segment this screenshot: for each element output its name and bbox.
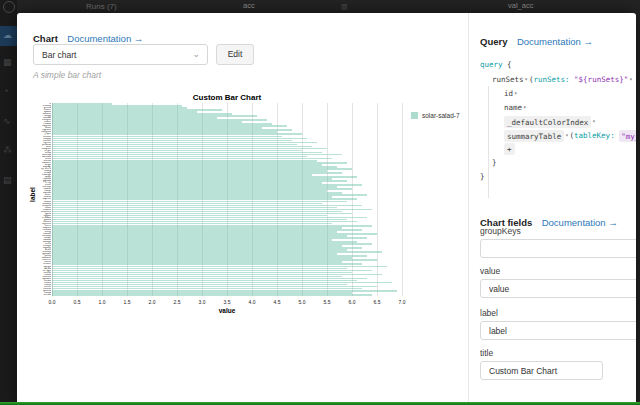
chart-x-axis-label: value	[52, 307, 402, 314]
gridline	[402, 103, 403, 296]
runs-count-label: Runs (7)	[86, 2, 117, 11]
x-tick-label: 2.0	[142, 299, 162, 305]
label-input[interactable]	[480, 321, 636, 340]
legend-run-name: solar-salad-7	[422, 112, 460, 119]
chart-editor-modal: Chart Documentation → Bar chart ⌄ Edit A…	[17, 13, 636, 405]
chart-y-axis-label: label	[29, 187, 36, 202]
code-line[interactable]: name▾	[480, 100, 636, 114]
chart-preview-title: Custom Bar Chart	[52, 93, 402, 102]
code-token[interactable]: _defaultColorIndex	[504, 116, 591, 128]
code-token: query	[480, 60, 503, 69]
x-tick-label: 1.5	[117, 299, 137, 305]
query-section-title: Query	[480, 36, 507, 47]
screen: ☁ ▦ ◔ ∿ ⁂ ▤ Runs (7) ▥ acc val_acc Chart…	[0, 0, 640, 405]
chart-plot-area	[52, 103, 402, 296]
report-icon[interactable]: ⁂	[3, 145, 12, 155]
edit-button[interactable]: Edit	[216, 44, 254, 65]
cloud-icon[interactable]: ☁	[3, 30, 12, 40]
code-line[interactable]: }	[480, 156, 636, 170]
chart-legend: solar-salad-7	[411, 112, 460, 119]
label-label: label	[480, 308, 498, 318]
x-tick-label: 5.5	[317, 299, 337, 305]
chevron-down-icon: ⌄	[192, 44, 200, 65]
chart-type-dropdown[interactable]: Bar chart ⌄	[33, 44, 208, 65]
field-expand-arrow-icon[interactable]: ▾	[525, 76, 528, 82]
value-label: value	[480, 266, 500, 276]
x-tick-label: 2.5	[167, 299, 187, 305]
chart-type-selected-value: Bar chart	[42, 50, 77, 60]
code-line[interactable]: +	[480, 142, 636, 156]
query-pane: Query Documentation → query {runSets▾(ru…	[469, 13, 636, 405]
code-token: "${runSets}"	[570, 75, 629, 84]
x-tick-label: 5.0	[292, 299, 312, 305]
x-tick-label: 6.5	[367, 299, 387, 305]
field-expand-arrow-icon[interactable]: ▾	[629, 76, 632, 82]
code-token: name	[504, 103, 522, 112]
code-token: tableKey:	[574, 131, 615, 140]
chart-documentation-link[interactable]: Documentation →	[67, 33, 143, 44]
field-expand-arrow-icon[interactable]: ▾	[565, 132, 568, 138]
background-panel-title-val-acc: val_acc	[508, 1, 533, 10]
groupkeys-input[interactable]	[480, 239, 636, 258]
value-input[interactable]	[480, 279, 636, 298]
x-tick-label: 0.5	[67, 299, 87, 305]
query-section-header: Query Documentation →	[480, 31, 593, 49]
bar	[52, 294, 372, 296]
panel-icon: ▥	[341, 3, 348, 11]
code-token: "my_ba	[619, 130, 636, 142]
x-tick-label: 1.0	[92, 299, 112, 305]
circle-icon[interactable]: ◔	[3, 86, 8, 96]
chart-fields-documentation-link[interactable]: Documentation →	[542, 217, 618, 228]
query-code[interactable]: query {runSets▾(runSets: "${runSets}"▾id…	[480, 58, 636, 184]
code-token[interactable]: +	[504, 143, 515, 155]
x-tick-label: 6.0	[342, 299, 362, 305]
chart-y-tick-labels: 017wdrqgrnhia1oo19xjaz0k6ekos51eaygn686a…	[37, 103, 51, 296]
code-line[interactable]: summaryTable▾(tableKey: "my_ba	[480, 128, 636, 142]
code-line[interactable]: runSets▾(runSets: "${runSets}"▾	[480, 72, 636, 86]
code-token[interactable]: summaryTable	[504, 130, 564, 142]
groupkeys-label: groupKeys	[480, 226, 521, 236]
field-expand-arrow-icon[interactable]: ▾	[514, 90, 517, 96]
chart-description: A simple bar chart	[33, 70, 101, 80]
app-sidebar: ☁ ▦ ◔ ∿ ⁂ ▤	[0, 0, 17, 405]
sweep-icon[interactable]: ∿	[3, 116, 11, 126]
code-line[interactable]: _defaultColorIndex▾	[480, 114, 636, 128]
wandb-logo-icon	[3, 1, 15, 13]
query-documentation-link[interactable]: Documentation →	[517, 36, 593, 47]
x-tick-label: 7.0	[392, 299, 412, 305]
x-tick-label: 0.0	[42, 299, 62, 305]
code-line[interactable]: id▾	[480, 86, 636, 100]
field-expand-arrow-icon[interactable]: ▾	[523, 104, 526, 110]
chart-bars	[52, 103, 402, 296]
title-input[interactable]	[480, 361, 603, 380]
chart-section-title: Chart	[33, 33, 58, 44]
code-token: }	[492, 158, 497, 167]
x-tick-label: 3.0	[192, 299, 212, 305]
code-token: runSets:	[533, 75, 569, 84]
code-indent-guide	[488, 86, 489, 198]
field-expand-arrow-icon[interactable]: ▾	[592, 118, 595, 124]
code-line[interactable]: query {	[480, 58, 636, 72]
grid-icon[interactable]: ▦	[3, 57, 12, 67]
x-tick-label: 4.0	[242, 299, 262, 305]
x-tick-label: 3.5	[217, 299, 237, 305]
x-tick-label: 4.5	[267, 299, 287, 305]
background-panel-title-acc: acc	[243, 1, 255, 10]
code-line[interactable]: }	[480, 170, 636, 184]
code-token: {	[503, 60, 512, 69]
artifacts-icon[interactable]: ▤	[3, 175, 12, 185]
code-token: id	[504, 89, 513, 98]
code-token: runSets	[492, 75, 524, 84]
code-token: }	[480, 172, 485, 181]
legend-swatch	[411, 112, 418, 119]
title-label: title	[480, 348, 493, 358]
